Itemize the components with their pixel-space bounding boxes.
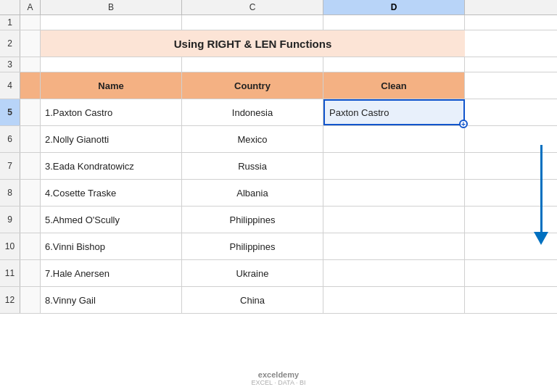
cell-a12[interactable] bbox=[20, 287, 41, 313]
arrow-line bbox=[540, 145, 542, 232]
arrow-head bbox=[534, 232, 548, 245]
cell-a4[interactable] bbox=[20, 72, 41, 99]
cell-c12[interactable]: China bbox=[182, 287, 323, 313]
cell-c4-header[interactable]: Country bbox=[182, 72, 323, 99]
cell-a9[interactable] bbox=[20, 207, 41, 233]
cell-d4-header[interactable]: Clean bbox=[323, 72, 465, 99]
row-num-5: 5 bbox=[0, 99, 20, 125]
cell-b6[interactable]: 2.Nolly Gianotti bbox=[41, 126, 182, 152]
title-merged-cell[interactable]: Using RIGHT & LEN Functions bbox=[41, 30, 465, 57]
cell-b5[interactable]: 1.Paxton Castro bbox=[41, 99, 182, 125]
cell-a5[interactable] bbox=[20, 99, 41, 125]
cell-b12[interactable]: 8.Vinny Gail bbox=[41, 287, 182, 313]
cell-c10[interactable]: Philippines bbox=[182, 233, 323, 259]
row-num-4: 4 bbox=[0, 72, 20, 99]
spreadsheet: A B C D 1 2 Using RIGHT & LEN Functions … bbox=[0, 0, 557, 392]
cell-c7[interactable]: Russia bbox=[182, 153, 323, 179]
cell-a6[interactable] bbox=[20, 126, 41, 152]
row-num-8: 8 bbox=[0, 180, 20, 206]
col-header-b[interactable]: B bbox=[41, 0, 182, 14]
cell-b11[interactable]: 7.Hale Anersen bbox=[41, 260, 182, 286]
header-name: Name bbox=[98, 80, 123, 91]
cell-c1[interactable] bbox=[182, 15, 323, 30]
cell-d7[interactable] bbox=[323, 153, 465, 179]
cell-c6[interactable]: Mexico bbox=[182, 126, 323, 152]
corner-header bbox=[0, 0, 20, 14]
cell-d9[interactable] bbox=[323, 207, 465, 233]
table-row-7: 11 7.Hale Anersen Ukraine bbox=[0, 260, 557, 287]
cell-a1[interactable] bbox=[20, 15, 41, 30]
table-row-4: 8 4.Cosette Traske Albania bbox=[0, 180, 557, 207]
header-country: Country bbox=[234, 80, 271, 91]
cell-d1[interactable] bbox=[323, 15, 465, 30]
fill-handle[interactable]: + bbox=[459, 120, 468, 128]
watermark-logo: exceldemy bbox=[258, 370, 299, 379]
cell-b7[interactable]: 3.Eada Kondratowicz bbox=[41, 153, 182, 179]
row-4: 4 Name Country Clean bbox=[0, 72, 557, 99]
cell-b3[interactable] bbox=[41, 57, 182, 72]
cell-a8[interactable] bbox=[20, 180, 41, 206]
watermark-sub: EXCEL · DATA · BI bbox=[252, 379, 306, 386]
row-num-2: 2 bbox=[0, 30, 20, 57]
cell-b10[interactable]: 6.Vinni Bishop bbox=[41, 233, 182, 259]
cell-b9[interactable]: 5.Ahmed O'Scully bbox=[41, 207, 182, 233]
row-2: 2 Using RIGHT & LEN Functions bbox=[0, 30, 557, 57]
cell-d5[interactable]: Paxton Castro + bbox=[323, 99, 465, 125]
cell-d11[interactable] bbox=[323, 260, 465, 286]
watermark: exceldemy EXCEL · DATA · BI bbox=[252, 370, 306, 386]
row-num-3: 3 bbox=[0, 57, 20, 72]
cell-d10[interactable] bbox=[323, 233, 465, 259]
cell-b4-header[interactable]: Name bbox=[41, 72, 182, 99]
col-header-d[interactable]: D bbox=[323, 0, 465, 14]
row-num-11: 11 bbox=[0, 260, 20, 286]
cell-d8[interactable] bbox=[323, 180, 465, 206]
cell-a2[interactable] bbox=[20, 30, 41, 57]
table-row-1: 5 1.Paxton Castro Indonesia Paxton Castr… bbox=[0, 99, 557, 126]
cell-c5[interactable]: Indonesia bbox=[182, 99, 323, 125]
cell-d3[interactable] bbox=[323, 57, 465, 72]
row-num-1: 1 bbox=[0, 15, 20, 30]
row-num-9: 9 bbox=[0, 207, 20, 233]
cell-a3[interactable] bbox=[20, 57, 41, 72]
table-row-2: 6 2.Nolly Gianotti Mexico bbox=[0, 126, 557, 153]
blue-arrow-indicator bbox=[534, 145, 548, 245]
grid: 1 2 Using RIGHT & LEN Functions 3 4 bbox=[0, 15, 557, 392]
row-1: 1 bbox=[0, 15, 557, 30]
cell-c3[interactable] bbox=[182, 57, 323, 72]
column-headers: A B C D bbox=[0, 0, 557, 15]
cell-d12[interactable] bbox=[323, 287, 465, 313]
row-num-12: 12 bbox=[0, 287, 20, 313]
cell-b1[interactable] bbox=[41, 15, 182, 30]
col-header-c[interactable]: C bbox=[182, 0, 323, 14]
header-clean: Clean bbox=[381, 80, 406, 91]
title-text: Using RIGHT & LEN Functions bbox=[174, 38, 332, 50]
cell-a10[interactable] bbox=[20, 233, 41, 259]
table-row-5: 9 5.Ahmed O'Scully Philippines bbox=[0, 207, 557, 233]
cell-a11[interactable] bbox=[20, 260, 41, 286]
row-num-7: 7 bbox=[0, 153, 20, 179]
row-3: 3 bbox=[0, 57, 557, 72]
cell-c9[interactable]: Philippines bbox=[182, 207, 323, 233]
cell-d6[interactable] bbox=[323, 126, 465, 152]
table-row-6: 10 6.Vinni Bishop Philippines bbox=[0, 233, 557, 260]
row-num-10: 10 bbox=[0, 233, 20, 259]
row-num-6: 6 bbox=[0, 126, 20, 152]
cell-c11[interactable]: Ukraine bbox=[182, 260, 323, 286]
data-rows: 5 1.Paxton Castro Indonesia Paxton Castr… bbox=[0, 99, 557, 314]
cell-a7[interactable] bbox=[20, 153, 41, 179]
table-row-8: 12 8.Vinny Gail China bbox=[0, 287, 557, 314]
cell-b8[interactable]: 4.Cosette Traske bbox=[41, 180, 182, 206]
cell-c8[interactable]: Albania bbox=[182, 180, 323, 206]
table-row-3: 7 3.Eada Kondratowicz Russia bbox=[0, 153, 557, 180]
col-header-a[interactable]: A bbox=[20, 0, 41, 14]
